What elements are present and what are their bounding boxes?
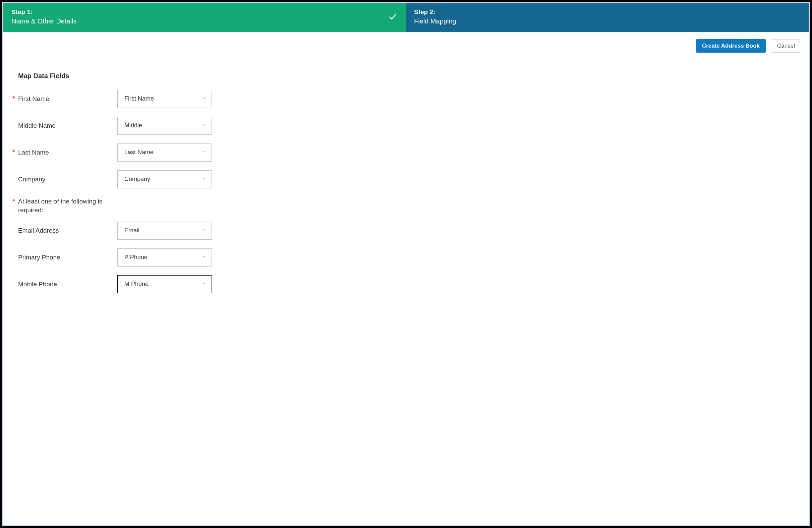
row-mobile-phone: Mobile Phone M Phone [11,275,801,293]
chevron-down-icon [202,254,207,261]
check-icon [388,12,397,23]
row-at-least-one: * At least one of the following is requi… [11,197,801,215]
row-company: Company Company [11,170,801,188]
select-company[interactable]: Company [117,170,212,188]
wizard-steps: Step 1: Name & Other Details Step 2: Fie… [3,3,809,32]
row-last-name: * Last Name Last Name [11,144,801,162]
label-last-name: Last Name [17,149,117,156]
step-2[interactable]: Step 2: Field Mapping [406,3,809,32]
at-least-one-message: At least one of the following is require… [17,197,117,215]
field-mapping-form: * First Name First Name Middle Name Midd… [11,90,801,293]
step-1-subtitle: Name & Other Details [11,16,398,26]
label-mobile-phone: Mobile Phone [17,281,117,288]
step-1[interactable]: Step 1: Name & Other Details [3,3,406,32]
select-primary-phone[interactable]: P Phone [117,248,212,266]
row-email: Email Address Email [11,222,801,240]
section-title: Map Data Fields [18,72,801,80]
label-company: Company [17,176,117,183]
chevron-down-icon [202,281,207,288]
select-last-name[interactable]: Last Name [117,144,212,162]
select-value: First Name [125,95,154,102]
select-value: Middle [125,122,142,129]
chevron-down-icon [202,227,207,234]
cancel-button[interactable]: Cancel [771,39,801,53]
row-middle-name: Middle Name Middle [11,117,801,135]
label-email: Email Address [17,227,117,234]
wizard-window: Step 1: Name & Other Details Step 2: Fie… [2,2,810,526]
step-1-title: Step 1: [11,8,398,16]
required-marker: * [11,197,17,205]
label-first-name: First Name [17,95,117,103]
row-primary-phone: Primary Phone P Phone [11,248,801,266]
select-middle-name[interactable]: Middle [117,117,212,135]
required-marker: * [11,148,17,156]
label-primary-phone: Primary Phone [17,254,117,261]
select-email[interactable]: Email [117,222,212,240]
select-value: Company [125,176,150,183]
select-mobile-phone[interactable]: M Phone [117,275,212,293]
select-value: P Phone [125,254,147,261]
select-value: Last Name [125,149,154,156]
chevron-down-icon [202,122,207,129]
create-address-book-button[interactable]: Create Address Book [696,39,766,53]
chevron-down-icon [202,149,207,156]
action-bar: Create Address Book Cancel [3,32,809,53]
label-middle-name: Middle Name [17,122,117,129]
row-first-name: * First Name First Name [11,90,801,108]
required-marker: * [11,95,17,103]
select-first-name[interactable]: First Name [117,90,212,108]
content-area: Map Data Fields * First Name First Name … [3,53,809,302]
select-value: Email [125,227,140,234]
step-2-subtitle: Field Mapping [414,16,801,26]
chevron-down-icon [202,176,207,183]
step-2-title: Step 2: [414,8,801,16]
select-value: M Phone [125,281,148,288]
chevron-down-icon [202,95,207,102]
